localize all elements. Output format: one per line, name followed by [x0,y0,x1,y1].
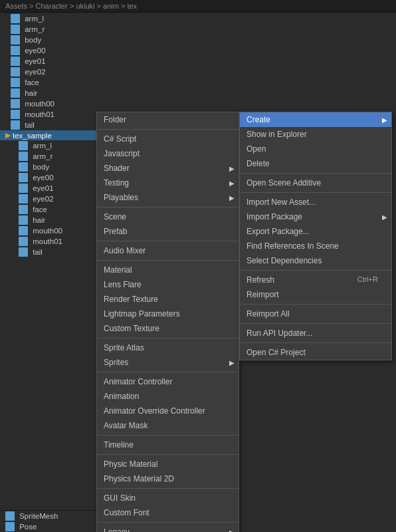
menu-item-lensflare[interactable]: Lens Flare [97,277,239,292]
menu-item-folder[interactable]: Folder [97,112,239,127]
menu-item-playables[interactable]: Playables ▶ [97,190,239,205]
menu-item-physicsmaterial2d[interactable]: Physics Material 2D [97,471,239,486]
menu-item-animation[interactable]: Animation [97,389,239,404]
menu-item-rendertexture[interactable]: Render Texture [97,292,239,307]
file-icon [11,78,20,87]
menu-item-shader[interactable]: Shader ▶ [97,161,239,176]
menu-item-audiomixer[interactable]: Audio Mixer [97,243,239,258]
file-icon [19,237,28,246]
menu-item-spriteatlas[interactable]: Sprite Atlas [97,340,239,355]
tree-item-hair-1[interactable]: hair [0,88,96,98]
file-icon [11,35,20,45]
separator [97,241,239,241]
menu-item-show-explorer[interactable]: Show in Explorer [240,127,391,142]
separator [240,192,391,193]
context-menu-create: Folder C# Script Javascript Shader ▶ Tes… [96,112,239,532]
separator [240,304,391,305]
menu-item-prefab[interactable]: Prefab [97,224,239,239]
menu-item-create[interactable]: Create ▶ [240,112,391,127]
tree-item-tail-1[interactable]: tail [0,120,96,130]
separator [240,173,391,174]
file-icon [11,14,20,23]
separator [97,435,239,436]
menu-item-animatoroverride[interactable]: Animator Override Controller [97,404,239,418]
tree-item-arm_l-1[interactable]: arm_l [0,13,96,24]
tree-item-face-1[interactable]: face [0,77,96,88]
tree-item-eye02-1[interactable]: eye02 [0,66,96,77]
tree-item-body-2[interactable]: body [0,162,96,172]
tree-item-spritemesh[interactable]: SpriteMesh [0,511,96,521]
tree-item-eye02-2[interactable]: eye02 [0,194,96,204]
menu-item-open-csharp-project[interactable]: Open C# Project [240,345,391,360]
menu-item-avatarmask[interactable]: Avatar Mask [97,418,239,433]
tree-item-arm_r-2[interactable]: arm_r [0,151,96,162]
menu-item-import-package[interactable]: Import Package ▶ [240,209,391,224]
tree-item-arm_l-2[interactable]: arm_l [0,140,96,151]
menu-item-delete[interactable]: Delete [240,156,391,171]
menu-item-open[interactable]: Open [240,142,391,156]
tree-item-pose[interactable]: Pose [0,521,96,532]
file-icon [19,141,28,150]
file-icon [11,25,20,34]
separator [240,323,391,324]
tree-item-eye01-1[interactable]: eye01 [0,56,96,66]
arrow-icon: ▶ [229,194,235,201]
file-icon [19,184,28,193]
tree-item-mouth01-2[interactable]: mouth01 [0,236,96,247]
menu-item-guiskin[interactable]: GUI Skin [97,491,239,505]
tree-item-hair-2[interactable]: hair [0,215,96,225]
menu-item-select-dependencies[interactable]: Select Dependencies [240,253,391,268]
tree-item-arm_r-1[interactable]: arm_r [0,24,96,35]
file-icon [11,110,20,119]
menu-item-material[interactable]: Material [97,263,239,277]
tree-item-body-1[interactable]: body [0,35,96,45]
menu-item-open-scene-additive: Open Scene Additive [240,176,391,190]
menu-item-import-new-asset[interactable]: Import New Asset... [240,195,391,209]
menu-item-javascript[interactable]: Javascript [97,146,239,161]
tree-item-tex_sample[interactable]: ▶ tex_sample [0,130,96,140]
menu-item-reimport-all[interactable]: Reimport All [240,307,391,321]
separator [240,342,391,343]
separator [97,338,239,338]
separator [97,372,239,372]
arrow-icon: ▶ [382,213,387,221]
file-icon [19,152,28,161]
menu-item-csharp[interactable]: C# Script [97,132,239,146]
file-icon [11,99,20,108]
menu-item-sprites[interactable]: Sprites ▶ [97,355,239,370]
file-icon [19,247,28,257]
menu-item-run-api-updater: Run API Updater... [240,326,391,340]
tree-item-mouth01-1[interactable]: mouth01 [0,109,96,120]
file-icon [19,173,28,182]
tree-item-mouth00-2[interactable]: mouth00 [0,225,96,236]
menu-item-customfont[interactable]: Custom Font [97,505,239,520]
breadcrumb: Assets > Character > ukiuki > anim > tex [0,0,396,13]
file-icon [19,226,28,235]
separator [97,488,239,489]
menu-item-customtexture[interactable]: Custom Texture [97,321,239,336]
tree-item-mouth00-1[interactable]: mouth00 [0,98,96,109]
menu-item-scene[interactable]: Scene [97,209,239,224]
menu-item-lightmapparams[interactable]: Lightmap Parameters [97,307,239,321]
menu-item-timeline[interactable]: Timeline [97,438,239,452]
menu-item-export-package[interactable]: Export Package... [240,224,391,239]
tree-item-eye00-1[interactable]: eye00 [0,45,96,56]
menu-item-refresh[interactable]: Refresh Ctrl+R [240,273,391,287]
tree-item-eye01-2[interactable]: eye01 [0,183,96,194]
menu-item-testing[interactable]: Testing ▶ [97,176,239,190]
tree-item-tail-2[interactable]: tail [0,247,96,257]
tree-item-eye00-2[interactable]: eye00 [0,172,96,183]
menu-item-find-references[interactable]: Find References In Scene [240,239,391,253]
file-icon [5,511,15,521]
separator [97,522,239,523]
tree-item-face-2[interactable]: face [0,204,96,215]
file-icon [19,194,28,203]
file-icon [11,88,20,98]
submenu-right: Create ▶ Show in Explorer Open Delete Op… [239,112,392,360]
menu-item-reimport[interactable]: Reimport [240,287,391,302]
menu-item-legacy[interactable]: Legacy ▶ [97,525,239,532]
menu-item-animatorcontroller[interactable]: Animator Controller [97,374,239,389]
separator [97,207,239,207]
menu-item-physicmaterial[interactable]: Physic Material [97,457,239,471]
arrow-icon: ▶ [229,165,235,172]
